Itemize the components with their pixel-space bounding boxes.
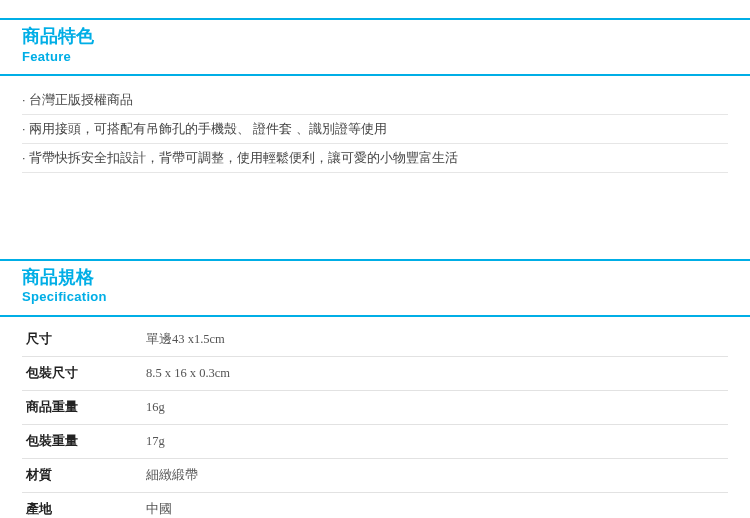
spec-value: 17g <box>142 424 728 458</box>
spec-value: 中國 <box>142 492 728 518</box>
table-row: 商品重量 16g <box>22 390 728 424</box>
feature-section: 商品特色 Feature 台灣正版授權商品 兩用接頭，可搭配有吊飾孔的手機殼、 … <box>0 18 750 183</box>
spec-value: 8.5 x 16 x 0.3cm <box>142 356 728 390</box>
table-row: 包裝尺寸 8.5 x 16 x 0.3cm <box>22 356 728 390</box>
table-row: 產地 中國 <box>22 492 728 518</box>
feature-item: 兩用接頭，可搭配有吊飾孔的手機殼、 證件套 、識別證等使用 <box>22 115 728 144</box>
table-row: 包裝重量 17g <box>22 424 728 458</box>
table-row: 尺寸 單邊43 x1.5cm <box>22 323 728 357</box>
feature-list: 台灣正版授權商品 兩用接頭，可搭配有吊飾孔的手機殼、 證件套 、識別證等使用 背… <box>0 82 750 183</box>
feature-header: 商品特色 Feature <box>0 20 750 74</box>
spec-key: 包裝重量 <box>22 424 142 458</box>
feature-underline <box>0 74 750 76</box>
spec-underline <box>0 315 750 317</box>
spec-value: 16g <box>142 390 728 424</box>
spec-value: 單邊43 x1.5cm <box>142 323 728 357</box>
spec-key: 包裝尺寸 <box>22 356 142 390</box>
feature-title-en: Feature <box>22 48 728 72</box>
spec-value: 細緻緞帶 <box>142 458 728 492</box>
spec-table: 尺寸 單邊43 x1.5cm 包裝尺寸 8.5 x 16 x 0.3cm 商品重… <box>22 323 728 518</box>
spec-title-en: Specification <box>22 288 728 312</box>
feature-item: 台灣正版授權商品 <box>22 86 728 115</box>
spec-section: 商品規格 Specification 尺寸 單邊43 x1.5cm 包裝尺寸 8… <box>0 259 750 518</box>
spec-key: 商品重量 <box>22 390 142 424</box>
feature-item: 背帶快拆安全扣設計，背帶可調整，使用輕鬆便利，讓可愛的小物豐富生活 <box>22 144 728 173</box>
spec-key: 材質 <box>22 458 142 492</box>
spec-title-cn: 商品規格 <box>22 267 728 289</box>
spec-key: 產地 <box>22 492 142 518</box>
spec-header: 商品規格 Specification <box>0 261 750 315</box>
table-row: 材質 細緻緞帶 <box>22 458 728 492</box>
spec-key: 尺寸 <box>22 323 142 357</box>
feature-title-cn: 商品特色 <box>22 26 728 48</box>
section-gap <box>0 213 750 241</box>
